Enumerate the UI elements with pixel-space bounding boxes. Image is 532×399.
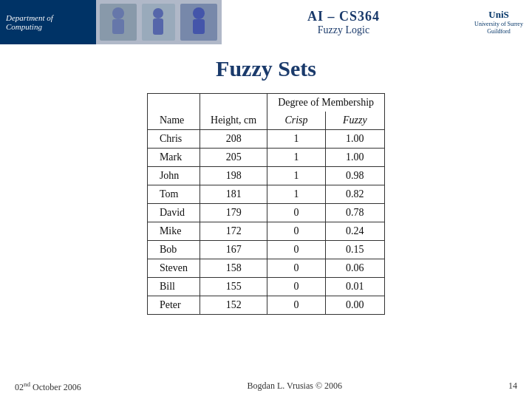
col-name-header: Name: [147, 94, 200, 130]
col-dom-header: Degree of Membership: [267, 94, 385, 112]
table-row: John19810.98: [147, 167, 384, 185]
table-wrapper: Name Height, cm Degree of Membership Cri…: [30, 93, 502, 315]
cell-crisp: 1: [267, 185, 325, 204]
cell-height: 179: [200, 204, 267, 222]
cell-height: 167: [200, 241, 267, 259]
header-photos: [96, 0, 222, 44]
cell-fuzzy: 0.24: [325, 222, 384, 241]
photo-placeholder: [96, 0, 222, 44]
cell-fuzzy: 0.15: [325, 241, 384, 259]
main-content: Fuzzy Sets Name Height, cm Degree of Mem…: [0, 44, 532, 322]
table-row: Steven15800.06: [147, 259, 384, 278]
svg-rect-9: [193, 19, 205, 34]
cell-height: 155: [200, 278, 267, 296]
cell-name: David: [147, 204, 200, 222]
cell-name: Mark: [147, 149, 200, 167]
cell-name: Peter: [147, 296, 200, 315]
table-row: Bill15500.01: [147, 278, 384, 296]
cell-crisp: 1: [267, 167, 325, 185]
cell-fuzzy: 1.00: [325, 130, 384, 149]
cell-crisp: 0: [267, 241, 325, 259]
cell-height: 181: [200, 185, 267, 204]
col-height-header: Height, cm: [200, 94, 267, 130]
cell-name: Tom: [147, 185, 200, 204]
cell-fuzzy: 1.00: [325, 149, 384, 167]
cell-fuzzy: 0.78: [325, 204, 384, 222]
course-title: AI – CS364: [307, 9, 380, 24]
cell-crisp: 0: [267, 278, 325, 296]
dept-label: Department of Computing: [6, 13, 90, 31]
svg-point-8: [193, 7, 205, 19]
cell-fuzzy: 0.82: [325, 185, 384, 204]
cell-name: John: [147, 167, 200, 185]
cell-crisp: 1: [267, 149, 325, 167]
col-fuzzy-header: Fuzzy: [325, 112, 384, 130]
cell-name: Steven: [147, 259, 200, 278]
cell-crisp: 0: [267, 296, 325, 315]
cell-name: Bob: [147, 241, 200, 259]
dept-area: Department of Computing: [0, 0, 96, 44]
svg-rect-7: [153, 18, 163, 35]
cell-height: 205: [200, 149, 267, 167]
cell-fuzzy: 0.01: [325, 278, 384, 296]
cell-height: 152: [200, 296, 267, 315]
uni-name: UniS: [488, 9, 508, 21]
cell-crisp: 1: [267, 130, 325, 149]
col-crisp-header: Crisp: [267, 112, 325, 130]
uni-subtitle: University of SurreyGuildford: [474, 21, 523, 35]
table-header-row-1: Name Height, cm Degree of Membership: [147, 94, 384, 112]
table-row: Bob16700.15: [147, 241, 384, 259]
svg-point-6: [153, 8, 163, 18]
header: Department of Computing AI – CS364 Fuzzy…: [0, 0, 532, 44]
course-subtitle: Fuzzy Logic: [318, 24, 369, 36]
footer-date: 02nd October 2006: [15, 381, 81, 393]
cell-height: 172: [200, 222, 267, 241]
header-title-area: AI – CS364 Fuzzy Logic: [222, 0, 466, 44]
fuzzy-sets-table: Name Height, cm Degree of Membership Cri…: [147, 93, 385, 315]
svg-point-4: [112, 7, 124, 19]
footer-page: 14: [508, 381, 517, 393]
cell-crisp: 0: [267, 259, 325, 278]
cell-crisp: 0: [267, 204, 325, 222]
cell-fuzzy: 0.06: [325, 259, 384, 278]
cell-fuzzy: 0.00: [325, 296, 384, 315]
footer-author: Bogdan L. Vrusias © 2006: [248, 381, 343, 393]
table-row: Mike17200.24: [147, 222, 384, 241]
table-body: Chris20811.00Mark20511.00John19810.98Tom…: [147, 130, 384, 315]
cell-height: 158: [200, 259, 267, 278]
cell-height: 198: [200, 167, 267, 185]
table-row: Chris20811.00: [147, 130, 384, 149]
page-title: Fuzzy Sets: [30, 56, 502, 81]
cell-height: 208: [200, 130, 267, 149]
table-row: David17900.78: [147, 204, 384, 222]
table-row: Peter15200.00: [147, 296, 384, 315]
uni-logo-area: UniS University of SurreyGuildford: [466, 0, 532, 44]
cell-name: Mike: [147, 222, 200, 241]
footer: 02nd October 2006 Bogdan L. Vrusias © 20…: [0, 381, 532, 393]
cell-fuzzy: 0.98: [325, 167, 384, 185]
cell-name: Bill: [147, 278, 200, 296]
cell-crisp: 0: [267, 222, 325, 241]
svg-rect-5: [112, 19, 124, 34]
cell-name: Chris: [147, 130, 200, 149]
table-row: Tom18110.82: [147, 185, 384, 204]
table-row: Mark20511.00: [147, 149, 384, 167]
